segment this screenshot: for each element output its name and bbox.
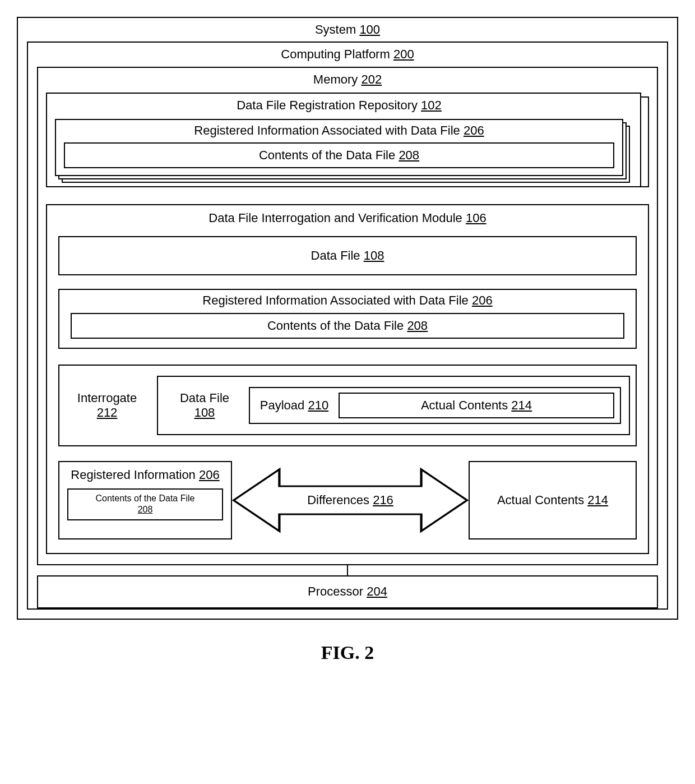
diff-right-ref: 214 [587, 493, 608, 507]
contents-ref: 208 [399, 148, 419, 162]
diff-arrow: Differences 216 [232, 461, 469, 539]
actual-contents-ref: 214 [511, 398, 532, 412]
reg-info-short-title: Registered Information 206 [67, 468, 223, 482]
differences-ref: 216 [373, 493, 393, 507]
data-file-ref: 108 [364, 248, 384, 262]
system-label: System [315, 22, 356, 36]
connector-line [347, 565, 349, 575]
figure-caption: FIG. 2 [17, 642, 678, 663]
diff-right-label: Actual Contents [497, 493, 584, 507]
reg-info-module-title: Registered Information Associated with D… [71, 293, 624, 308]
differences-title: Differences 216 [307, 493, 393, 508]
platform-box: Computing Platform 200 Memory 202 Data F… [27, 41, 668, 609]
system-box: System 100 Computing Platform 200 Memory… [17, 17, 678, 620]
diff-right-box: Actual Contents 214 [469, 461, 637, 539]
system-ref: 100 [359, 22, 380, 36]
platform-title: Computing Platform 200 [37, 47, 658, 62]
reg-info-stack: Registered Information Associated with D… [55, 119, 623, 177]
platform-label: Computing Platform [281, 47, 390, 61]
interrogate-cell: Interrogate 212 [65, 376, 149, 435]
diff-row: Registered Information 206 Contents of t… [58, 461, 637, 539]
module-label: Data File Interrogation and Verification… [208, 211, 462, 225]
interrogate-row: Interrogate 212 Data File 108 [58, 365, 637, 446]
actual-contents-label: Actual Contents [421, 398, 508, 412]
module-title: Data File Interrogation and Verification… [58, 211, 637, 225]
reg-info-short-ref: 206 [199, 468, 220, 482]
payload-wrap: Payload 210 Actual Contents 214 [249, 387, 621, 424]
memory-box: Memory 202 Data File Registration Reposi… [37, 67, 658, 566]
diff-right-title: Actual Contents 214 [497, 493, 608, 508]
contents-label: Contents of the Data File [259, 148, 395, 162]
diff-left-contents-box: Contents of the Data File 208 [67, 488, 223, 521]
reg-info-module-ref: 206 [472, 293, 493, 307]
diff-left-contents-ref: 208 [138, 505, 153, 514]
data-file-box: Data File 108 [58, 236, 637, 275]
processor-box: Processor 204 [37, 575, 658, 608]
reg-info-box: Registered Information Associated with D… [55, 119, 623, 177]
system-title: System 100 [27, 22, 668, 37]
contents-module-label: Contents of the Data File [267, 319, 404, 333]
module-box: Data File Interrogation and Verification… [46, 204, 649, 554]
repo-title: Data File Registration Repository 102 [55, 98, 623, 113]
diff-left-contents-label: Contents of the Data File [96, 494, 195, 503]
repo-box: Data File Registration Repository 102 Re… [46, 93, 641, 187]
data-file-wrap: Data File 108 Payload 210 [157, 376, 630, 435]
memory-ref: 202 [361, 72, 382, 86]
repo-ref: 102 [421, 98, 442, 112]
interrogate-ref: 212 [97, 405, 118, 419]
reg-info-module-box: Registered Information Associated with D… [58, 289, 637, 349]
data-file-label: Data File [311, 248, 360, 262]
data-file-inner-text: Data File [180, 391, 229, 405]
processor-label: Processor [308, 584, 363, 598]
contents-module-ref: 208 [407, 319, 428, 333]
reg-info-short-label: Registered Information [71, 468, 196, 482]
platform-ref: 200 [393, 47, 414, 61]
reg-info-module-label: Registered Information Associated with D… [202, 293, 468, 307]
contents-module-box: Contents of the Data File 208 [71, 313, 624, 339]
reg-info-title: Registered Information Associated with D… [64, 123, 614, 138]
data-file-inner-label: Data File 108 [168, 387, 241, 424]
payload-label: Payload [260, 398, 305, 412]
contents-title: Contents of the Data File 208 [71, 148, 608, 163]
reg-info-ref: 206 [464, 123, 484, 137]
reg-info-label: Registered Information Associated with D… [194, 123, 460, 137]
processor-ref: 204 [367, 584, 387, 598]
contents-module-title: Contents of the Data File 208 [77, 319, 618, 333]
interrogate-label: Interrogate [77, 391, 137, 405]
contents-box: Contents of the Data File 208 [64, 142, 614, 168]
data-file-inner-ref: 108 [194, 405, 215, 419]
payload-label-cell: Payload 210 [258, 393, 331, 418]
data-file-title: Data File 108 [65, 248, 630, 263]
repo-label: Data File Registration Repository [237, 98, 418, 112]
differences-label: Differences [307, 493, 369, 507]
actual-contents-box: Actual Contents 214 [339, 393, 614, 418]
memory-title: Memory 202 [46, 72, 649, 87]
processor-title: Processor 204 [44, 584, 651, 599]
interrogate-title: Interrogate 212 [70, 391, 145, 421]
payload-ref: 210 [308, 398, 328, 412]
diff-left-box: Registered Information 206 Contents of t… [58, 461, 232, 539]
repo-stack: Data File Registration Repository 102 Re… [46, 93, 649, 187]
memory-label: Memory [313, 72, 358, 86]
module-ref: 106 [466, 211, 486, 225]
